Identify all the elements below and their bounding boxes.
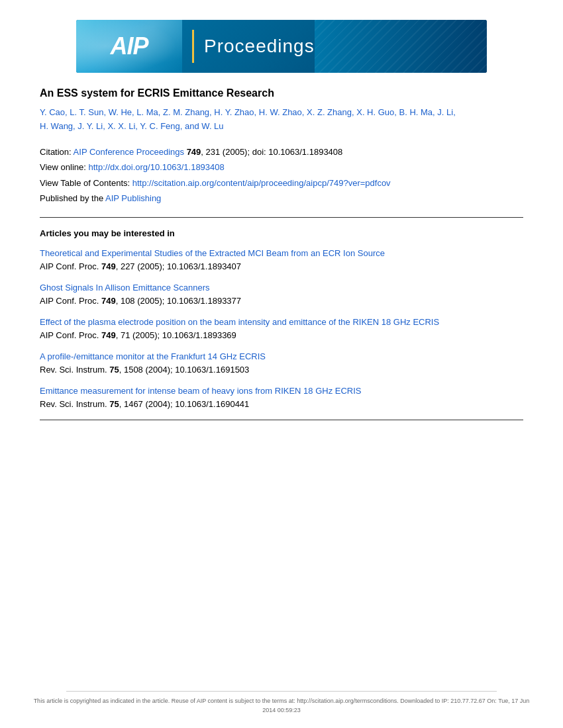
footer-text: This article is copyrighted as indicated…	[34, 698, 530, 713]
related-article-meta-2: AIP Conf. Proc. 749, 108 (2005); 10.1063…	[40, 296, 523, 306]
banner-logo-section: AIP	[76, 20, 182, 73]
author-link[interactable]: B. H. Ma	[399, 107, 433, 117]
footer: This article is copyrighted as indicated…	[0, 691, 563, 715]
author-link[interactable]: X. X. Li	[107, 121, 135, 131]
related-article-title-3[interactable]: Effect of the plasma electrode position …	[40, 316, 523, 328]
related-article-meta-1: AIP Conf. Proc. 749, 227 (2005); 10.1063…	[40, 261, 523, 271]
author-link[interactable]: H. Y. Zhao	[214, 107, 254, 117]
related-article-4: A profile-/emittance monitor at the Fran…	[40, 351, 523, 375]
article-title: An ESS system for ECRIS Emittance Resear…	[40, 86, 523, 101]
related-article-3: Effect of the plasma electrode position …	[40, 316, 523, 340]
related-article-title-1[interactable]: Theoretical and Experimental Studies of …	[40, 248, 523, 259]
banner-divider	[192, 30, 194, 63]
related-article-1: Theoretical and Experimental Studies of …	[40, 248, 523, 271]
citation-journal-link[interactable]: AIP Conference Proceedings	[74, 147, 184, 157]
view-online-line: View online: http://dx.doi.org/10.1063/1…	[40, 159, 523, 175]
view-toc-label: View Table of Contents:	[40, 178, 132, 188]
author-link[interactable]: W. He	[109, 107, 132, 117]
related-article-meta-5: Rev. Sci. Instrum. 75, 1467 (2004); 10.1…	[40, 399, 523, 409]
citation-details: 749, 231 (2005); doi: 10.1063/1.1893408	[187, 147, 343, 157]
author-link[interactable]: X. H. Guo	[356, 107, 394, 117]
citation-block: Citation: AIP Conference Proceedings 749…	[40, 144, 523, 206]
author-link[interactable]: L. Ma	[136, 107, 158, 117]
related-articles-section: Articles you may be interested in Theore…	[40, 228, 523, 410]
author-link[interactable]: Z. M. Zhang	[163, 107, 209, 117]
author-link[interactable]: W. Lu	[201, 121, 223, 131]
view-online-link[interactable]: http://dx.doi.org/10.1063/1.1893408	[88, 162, 224, 172]
view-online-label: View online:	[40, 162, 88, 172]
related-article-title-4[interactable]: A profile-/emittance monitor at the Fran…	[40, 351, 523, 363]
related-article-meta-3: AIP Conf. Proc. 749, 71 (2005); 10.1063/…	[40, 330, 523, 340]
author-link[interactable]: J. Y. Li	[77, 121, 103, 131]
footer-divider	[66, 691, 497, 692]
view-toc-line: View Table of Contents: http://scitation…	[40, 175, 523, 191]
author-link[interactable]: Y. C. Feng	[140, 121, 179, 131]
author-link[interactable]: Y. Cao	[40, 107, 65, 117]
aip-banner: AIP Proceedings	[76, 20, 487, 73]
related-article-5: Emittance measurement for intense beam o…	[40, 385, 523, 409]
related-article-title-2[interactable]: Ghost Signals In Allison Emittance Scann…	[40, 282, 523, 294]
citation-line: Citation: AIP Conference Proceedings 749…	[40, 144, 523, 159]
authors-list: Y. Cao, L. T. Sun, W. He, L. Ma, Z. M. Z…	[40, 106, 523, 134]
section-divider-bottom	[40, 420, 523, 420]
author-link[interactable]: H. W. Zhao	[259, 107, 302, 117]
author-and: and	[185, 121, 199, 131]
author-link[interactable]: X. Z. Zhang	[307, 107, 352, 117]
view-toc-link[interactable]: http://scitation.aip.org/content/aip/pro…	[132, 178, 391, 188]
banner-decoration	[315, 20, 487, 73]
author-link[interactable]: J. Li	[437, 107, 453, 117]
banner-title: Proceedings	[204, 36, 315, 57]
author-link[interactable]: H. Wang	[40, 121, 73, 131]
citation-label: Citation:	[40, 147, 74, 157]
related-article-meta-4: Rev. Sci. Instrum. 75, 1508 (2004); 10.1…	[40, 365, 523, 375]
published-label: Published by the	[40, 193, 105, 203]
author-link[interactable]: L. T. Sun	[70, 107, 103, 117]
aip-logo: AIP	[110, 32, 148, 60]
aip-publishing-link[interactable]: AIP Publishing	[105, 193, 161, 203]
related-section-title: Articles you may be interested in	[40, 228, 523, 238]
published-line: Published by the AIP Publishing	[40, 191, 523, 206]
section-divider-top	[40, 217, 523, 218]
related-article-title-5[interactable]: Emittance measurement for intense beam o…	[40, 385, 523, 397]
related-article-2: Ghost Signals In Allison Emittance Scann…	[40, 282, 523, 306]
